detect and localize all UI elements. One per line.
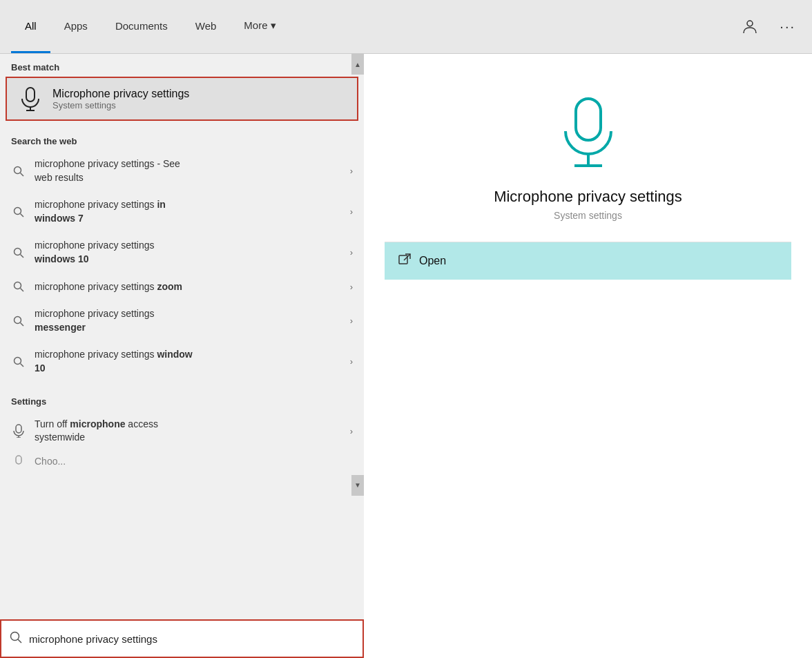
web-results-section: Search the web microphone privacy settin… — [0, 121, 364, 383]
best-match-result[interactable]: Microphone privacy settings System setti… — [6, 77, 358, 121]
web-result-text-5: microphone privacy settings messenger — [35, 307, 342, 334]
search-icon-6 — [11, 356, 26, 367]
ellipsis-icon: ··· — [780, 19, 795, 35]
open-button-label: Open — [419, 255, 446, 267]
search-icon-1 — [11, 166, 26, 177]
user-icon-button[interactable] — [737, 14, 763, 40]
chevron-right-icon-2: › — [350, 206, 353, 217]
right-panel-subtitle: System settings — [554, 210, 622, 221]
more-options-button[interactable]: ··· — [774, 13, 801, 40]
best-match-label: Best match — [0, 54, 364, 77]
svg-point-14 — [14, 357, 21, 364]
svg-line-9 — [21, 254, 24, 258]
svg-line-21 — [18, 639, 21, 643]
svg-line-5 — [21, 173, 24, 176]
settings-mic-icon — [11, 424, 26, 438]
scroll-down-button[interactable]: ▼ — [351, 475, 364, 496]
svg-line-13 — [21, 322, 24, 326]
search-icon-2 — [11, 206, 26, 217]
settings-result-text-1: Turn off microphone access systemwide — [35, 418, 342, 445]
chevron-down-icon: ▼ — [354, 481, 361, 489]
chevron-right-icon-5: › — [350, 316, 353, 326]
svg-rect-16 — [16, 425, 21, 433]
open-icon — [398, 253, 411, 269]
web-result-text-1: microphone privacy settings - See web re… — [35, 157, 342, 184]
web-result-5[interactable]: microphone privacy settings messenger › — [0, 300, 364, 341]
tab-web[interactable]: Web — [182, 0, 231, 53]
web-result-4[interactable]: microphone privacy settings zoom › — [0, 273, 364, 301]
tab-all[interactable]: All — [11, 0, 50, 53]
web-result-1[interactable]: microphone privacy settings - See web re… — [0, 151, 364, 191]
scroll-up-button[interactable]: ▲ — [351, 54, 364, 75]
scroll-down-container: ▼ — [0, 475, 364, 496]
main-content: ▲ Best match Microphone privacy settings… — [0, 54, 812, 658]
right-panel-title: Microphone privacy settings — [494, 188, 682, 206]
svg-rect-22 — [576, 99, 601, 140]
search-icon-4 — [11, 281, 26, 292]
svg-point-10 — [14, 282, 21, 289]
chevron-right-icon-3: › — [350, 247, 353, 258]
svg-rect-19 — [16, 456, 21, 464]
tab-documents[interactable]: Documents — [102, 0, 182, 53]
svg-point-6 — [14, 207, 21, 214]
search-input[interactable] — [29, 633, 354, 645]
svg-rect-1 — [26, 88, 35, 101]
settings-result-2-partial[interactable]: Choo... — [0, 452, 364, 472]
web-result-text-2: microphone privacy settings in windows 7 — [35, 198, 342, 225]
web-result-2[interactable]: microphone privacy settings in windows 7… — [0, 191, 364, 232]
settings-result-1[interactable]: Turn off microphone access systemwide › — [0, 411, 364, 452]
web-result-text-3: microphone privacy settings windows 10 — [35, 239, 342, 266]
svg-rect-0 — [747, 21, 753, 26]
web-section-label: Search the web — [0, 128, 364, 151]
top-navigation: All Apps Documents Web More ▾ ··· — [0, 0, 812, 54]
tab-apps[interactable]: Apps — [50, 0, 102, 53]
settings-section: Settings Turn off microphone access sy — [0, 383, 364, 472]
large-microphone-icon — [557, 95, 619, 174]
microphone-icon — [18, 86, 43, 111]
user-icon — [742, 19, 757, 35]
chevron-right-icon-s1: › — [350, 426, 353, 436]
nav-right-actions: ··· — [737, 13, 801, 40]
svg-line-15 — [21, 363, 24, 367]
web-result-6[interactable]: microphone privacy settings window 10 › — [0, 341, 364, 382]
settings-icon-2 — [11, 455, 26, 469]
results-scroll-area[interactable]: ▲ Best match Microphone privacy settings… — [0, 54, 364, 619]
svg-rect-25 — [399, 255, 407, 264]
svg-line-11 — [21, 289, 24, 292]
search-icon-3 — [11, 247, 26, 258]
chevron-right-icon-4: › — [350, 282, 353, 292]
web-result-text-6: microphone privacy settings window 10 — [35, 348, 342, 375]
svg-point-12 — [14, 316, 21, 323]
chevron-up-icon: ▲ — [354, 61, 361, 68]
search-bar-icon — [10, 631, 22, 647]
settings-result-text-2: Choo... — [35, 455, 353, 469]
best-match-text: Microphone privacy settings System setti… — [52, 88, 189, 110]
svg-point-4 — [14, 166, 21, 173]
svg-point-20 — [11, 632, 19, 640]
nav-tabs: All Apps Documents Web More ▾ — [11, 0, 290, 53]
web-result-text-4: microphone privacy settings zoom — [35, 280, 342, 294]
search-bar — [0, 619, 364, 658]
search-icon-5 — [11, 316, 26, 327]
open-button[interactable]: Open — [385, 242, 791, 280]
svg-line-7 — [21, 213, 24, 217]
svg-point-8 — [14, 248, 21, 255]
settings-section-label: Settings — [0, 388, 364, 411]
left-panel: ▲ Best match Microphone privacy settings… — [0, 54, 364, 658]
tab-more[interactable]: More ▾ — [230, 0, 289, 53]
chevron-right-icon-6: › — [350, 356, 353, 367]
chevron-right-icon-1: › — [350, 166, 353, 176]
web-result-3[interactable]: microphone privacy settings windows 10 › — [0, 232, 364, 273]
right-panel: Microphone privacy settings System setti… — [364, 54, 812, 658]
